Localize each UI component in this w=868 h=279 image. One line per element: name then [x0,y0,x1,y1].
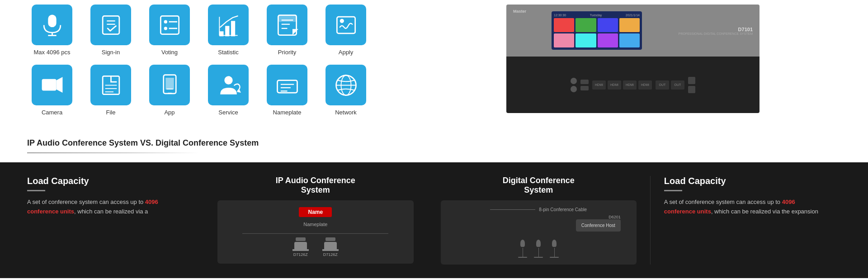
product-bottom-unit: HDMI HDMI HDMI HDMI OUT OUT [506,57,760,113]
feature-label-camera: Camera [42,109,62,116]
svg-rect-12 [225,26,229,36]
connector-line [242,233,388,234]
feature-voting: Voting [145,5,194,56]
nameplate-bar: Name [299,207,332,217]
cable-wire [490,209,535,210]
digital-diagram-box: 8-pin Conference Cable D6201 Conference … [441,200,637,265]
left-text: A set of conference system can access up… [27,198,190,217]
product-desc: PROFESSIONAL DIGITAL CONFERENCE SYSTEM [679,32,753,35]
right-text-after: , which can be realized via the expansio… [711,208,818,215]
mic-stand-2 [538,248,539,257]
mic-item-2: D7126Z [322,237,339,257]
feature-app: App [145,65,194,116]
digital-title-line2: System [524,185,553,194]
product-device: Master 12:30:30 Tuesday 2021/1/14 [506,5,760,113]
feature-statistic: Statistic [203,5,253,56]
svg-point-7 [164,20,167,23]
ip-diagram-title: IP Audio Conference System [276,176,355,195]
svg-point-8 [164,27,167,30]
statistic-icon-box [208,5,249,45]
apply-icon [334,13,359,38]
priority-icon-box [267,5,307,45]
mic1-label: D7126Z [293,252,308,257]
right-text: A set of conference system can access up… [664,198,827,217]
mic2-label: D7126Z [323,252,338,257]
network-icon-box [326,65,366,105]
camera-icon-box [32,65,72,105]
left-load-capacity: Load Capacity A set of conference system… [27,176,204,265]
features-row-2: Camera File [27,65,398,116]
product-model-label: D7101 PROFESSIONAL DIGITAL CONFERENCE SY… [679,26,753,35]
feature-service: Service [203,65,253,116]
comparison-divider [27,152,199,153]
right-text-before: A set of conference system can access up… [664,199,782,205]
mic-icon [40,13,65,38]
digital-mic-1 [518,240,527,258]
mic-base-2 [534,257,543,258]
comparison-title: IP Audio Conference System VS. Digital C… [0,134,868,150]
file-icon [99,73,123,98]
mic-stand-1 [523,248,523,257]
right-load-capacity: Load Capacity A set of conference system… [650,176,841,265]
svg-rect-0 [48,14,56,27]
feature-label-apply: Apply [339,49,354,56]
mic-head-3 [552,240,557,247]
svg-rect-24 [42,79,56,90]
service-icon-box [208,65,249,105]
svg-point-34 [224,76,232,84]
nameplate-icon-box [267,65,307,105]
features-grid: Max 4096 pcs Sign-in [27,5,398,125]
feature-label-priority: Priority [278,49,296,56]
digital-mic-2 [534,240,543,258]
right-title: Load Capacity [664,176,827,186]
nameplate-device-label: Nameplate [303,222,327,227]
product-image-area: Master 12:30:30 Tuesday 2021/1/14 [398,5,841,125]
svg-rect-13 [231,21,235,36]
nameplate-label: Name [308,209,323,215]
feature-apply: Apply [321,5,371,56]
ip-audio-diagram: IP Audio Conference System Name Nameplat… [204,176,427,265]
svg-point-23 [340,19,344,23]
svg-rect-33 [167,93,171,94]
feature-label-signin: Sign-in [102,49,120,56]
mic-base-1 [518,257,527,258]
feature-label-service: Service [218,109,238,116]
host-name: Conference Host [581,223,615,228]
bottom-section: Load Capacity A set of conference system… [0,162,868,278]
left-text-after: , which can be realized via a [74,208,148,215]
statistic-icon [216,13,241,38]
feature-label-app: App [164,109,175,116]
left-text-before: A set of conference system can access up… [27,199,145,205]
feature-network: Network [321,65,371,116]
svg-rect-31 [165,78,174,90]
mic-head-1 [520,240,525,247]
left-divider [27,190,45,191]
signin-icon-box [90,5,131,45]
product-model: D7101 [679,26,753,32]
top-section: Max 4096 pcs Sign-in [0,0,868,134]
mic-head-2 [536,240,541,247]
nameplate-icon [275,73,300,98]
file-icon-box [90,65,131,105]
digital-mic-3 [550,240,559,258]
app-icon [157,73,182,98]
product-top-unit: Master 12:30:30 Tuesday 2021/1/14 [506,5,760,57]
mic-row-ip: D7126Z D7126Z [292,237,339,257]
digital-diagram-title: Digital Conference System [503,176,575,195]
svg-rect-6 [160,16,179,34]
right-divider [664,190,682,191]
feature-label-max4096: Max 4096 pcs [34,49,71,56]
feature-signin: Sign-in [86,5,136,56]
camera-icon [40,73,65,98]
feature-camera: Camera [27,65,77,116]
feature-label-network: Network [335,109,357,116]
feature-label-nameplate: Nameplate [273,109,302,116]
digital-mic-row [518,240,559,258]
feature-file: File [86,65,136,116]
mic-icon-box [32,5,72,45]
ip-diagram-box: Name Nameplate D7126Z [217,200,413,264]
signin-icon [99,13,123,38]
feature-label-file: File [106,109,116,116]
mic-item-1: D7126Z [292,237,309,257]
left-title: Load Capacity [27,176,190,186]
